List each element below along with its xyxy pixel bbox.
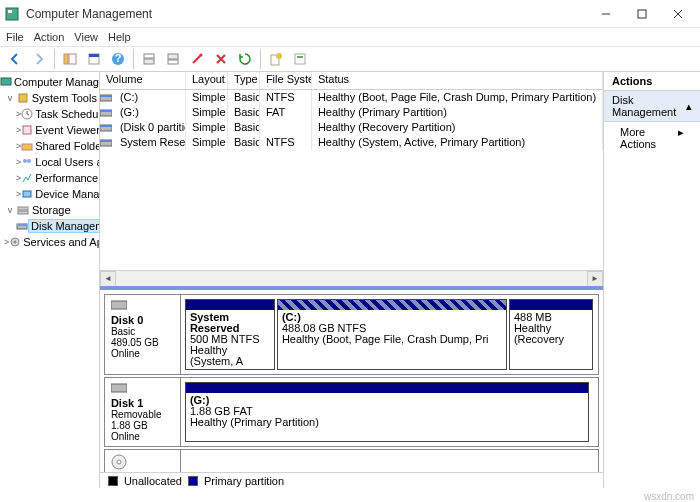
horizontal-scrollbar[interactable]: ◄ ►	[100, 270, 603, 286]
svg-rect-3	[638, 10, 646, 18]
partition-bar	[278, 300, 506, 310]
col-filesystem[interactable]: File System	[260, 72, 312, 89]
svg-rect-12	[144, 54, 154, 58]
svg-rect-38	[100, 110, 112, 112]
action2-button[interactable]	[289, 48, 311, 70]
partition[interactable]: (C:)488.08 GB NTFSHealthy (Boot, Page Fi…	[277, 299, 507, 370]
show-hide-tree-button[interactable]	[59, 48, 81, 70]
svg-rect-19	[295, 54, 305, 64]
delete-button[interactable]	[210, 48, 232, 70]
col-layout[interactable]: Layout	[186, 72, 228, 89]
menu-action[interactable]: Action	[34, 31, 65, 43]
disk-row[interactable]: Disk 0 Basic 489.05 GB Online System Res…	[104, 294, 599, 375]
tree-group[interactable]: vStorage	[0, 202, 99, 218]
partitions	[181, 450, 598, 472]
group-icon	[16, 92, 30, 104]
svg-text:?: ?	[115, 52, 122, 64]
refresh-button[interactable]	[234, 48, 256, 70]
svg-rect-9	[89, 54, 99, 57]
tree-item[interactable]: >Task Scheduler	[0, 106, 99, 122]
tree-item[interactable]: >Shared Folders	[0, 138, 99, 154]
volume-list-header[interactable]: Volume Layout Type File System Status	[100, 72, 603, 90]
scroll-right-icon[interactable]: ►	[587, 271, 603, 287]
tree-root[interactable]: Computer Management (Local	[0, 74, 99, 90]
svg-point-26	[23, 159, 27, 163]
menu-file[interactable]: File	[6, 31, 24, 43]
disk-graphical-view[interactable]: Disk 0 Basic 489.05 GB Online System Res…	[100, 286, 603, 472]
close-button[interactable]	[660, 0, 696, 28]
tree-group[interactable]: >Services and Applications	[0, 234, 99, 250]
svg-rect-29	[18, 207, 28, 210]
tree-item[interactable]: >Performance	[0, 170, 99, 186]
item-icon	[16, 220, 28, 232]
actions-more[interactable]: More Actions ▸	[604, 122, 700, 154]
menu-bar: File Action View Help	[0, 28, 700, 46]
volume-row[interactable]: System Reserved Simple Basic NTFS Health…	[100, 135, 603, 150]
legend-swatch-unallocated	[108, 476, 118, 486]
help-button[interactable]: ?	[107, 48, 129, 70]
col-volume[interactable]: Volume	[100, 72, 186, 89]
disk-row[interactable]: Disk 1 Removable 1.88 GB Online (G:)1.88…	[104, 377, 599, 447]
forward-button[interactable]	[28, 48, 50, 70]
svg-rect-6	[64, 54, 68, 64]
tree-item[interactable]: Disk Management	[0, 218, 99, 234]
volume-list[interactable]: (C:) Simple Basic NTFS Healthy (Boot, Pa…	[100, 90, 603, 270]
col-type[interactable]: Type	[228, 72, 260, 89]
settings-button[interactable]	[186, 48, 208, 70]
menu-view[interactable]: View	[74, 31, 98, 43]
partitions: (G:)1.88 GB FATHealthy (Primary Partitio…	[181, 378, 598, 446]
volume-row[interactable]: (Disk 0 partition 3) Simple Basic Health…	[100, 120, 603, 135]
svg-rect-25	[22, 144, 32, 150]
item-icon	[21, 124, 33, 136]
tree-item[interactable]: >Local Users and Groups	[0, 154, 99, 170]
properties-button[interactable]	[83, 48, 105, 70]
item-icon	[21, 156, 33, 168]
partition[interactable]: 488 MBHealthy (Recovery	[509, 299, 593, 370]
svg-rect-1	[8, 10, 12, 13]
menu-help[interactable]: Help	[108, 31, 131, 43]
minimize-button[interactable]	[588, 0, 624, 28]
volume-icon	[100, 120, 114, 135]
disk-label[interactable]: CD-ROM 0 DVD (D:) No Media	[105, 450, 181, 472]
svg-rect-42	[100, 140, 112, 142]
back-button[interactable]	[4, 48, 26, 70]
collapse-icon[interactable]: ▴	[686, 100, 692, 113]
partition-bar	[186, 300, 274, 310]
volume-row[interactable]: (C:) Simple Basic NTFS Healthy (Boot, Pa…	[100, 90, 603, 105]
partition[interactable]: (G:)1.88 GB FATHealthy (Primary Partitio…	[185, 382, 589, 442]
svg-rect-0	[6, 8, 18, 20]
tree-group[interactable]: vSystem Tools	[0, 90, 99, 106]
tree-item[interactable]: >Device Manager	[0, 186, 99, 202]
col-status[interactable]: Status	[312, 72, 603, 89]
svg-rect-30	[18, 211, 28, 214]
tree-pane[interactable]: Computer Management (Local vSystem Tools…	[0, 72, 100, 488]
svg-rect-20	[297, 56, 303, 58]
svg-rect-36	[100, 95, 112, 97]
expand-icon[interactable]: v	[4, 205, 16, 215]
partition[interactable]: System Reserved500 MB NTFSHealthy (Syste…	[185, 299, 275, 370]
maximize-button[interactable]	[624, 0, 660, 28]
legend-primary: Primary partition	[204, 475, 284, 487]
partitions: System Reserved500 MB NTFSHealthy (Syste…	[181, 295, 598, 374]
group-icon	[16, 204, 30, 216]
disk-row[interactable]: CD-ROM 0 DVD (D:) No Media	[104, 449, 599, 472]
disk-icon	[111, 454, 174, 472]
tree-item[interactable]: >Event Viewer	[0, 122, 99, 138]
svg-point-18	[276, 53, 282, 59]
svg-rect-21	[1, 78, 11, 85]
volume-row[interactable]: (G:) Simple Basic FAT Healthy (Primary P…	[100, 105, 603, 120]
expand-icon[interactable]: v	[4, 93, 16, 103]
partition-bar	[510, 300, 592, 310]
disk-label[interactable]: Disk 1 Removable 1.88 GB Online	[105, 378, 181, 446]
svg-rect-43	[111, 301, 127, 309]
view-bottom-button[interactable]	[162, 48, 184, 70]
scroll-left-icon[interactable]: ◄	[100, 271, 116, 287]
view-top-button[interactable]	[138, 48, 160, 70]
svg-rect-22	[19, 94, 27, 102]
watermark: wsxdn.com	[644, 491, 694, 502]
volume-icon	[100, 105, 114, 120]
actions-section[interactable]: Disk Management ▴	[604, 91, 700, 122]
svg-rect-28	[23, 191, 31, 197]
action1-button[interactable]	[265, 48, 287, 70]
disk-label[interactable]: Disk 0 Basic 489.05 GB Online	[105, 295, 181, 374]
